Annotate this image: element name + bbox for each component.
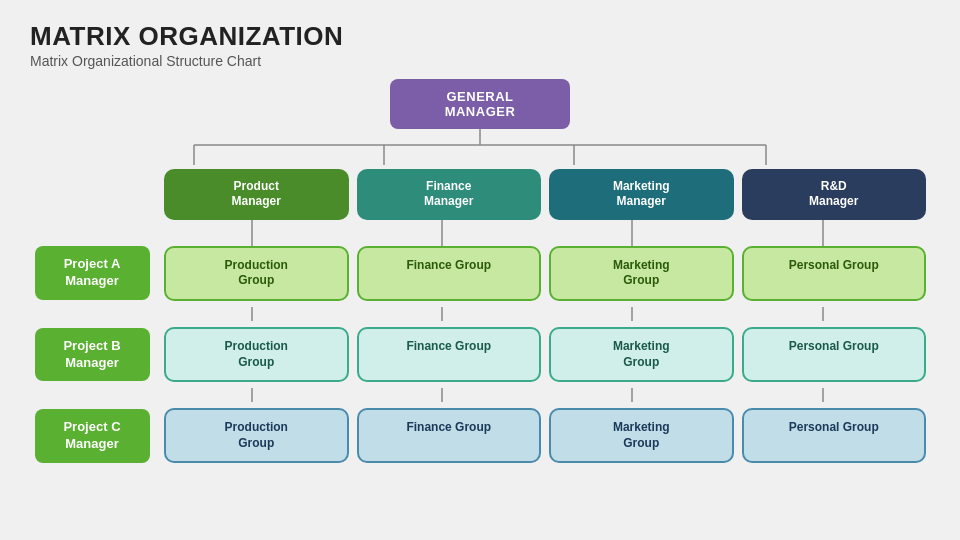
row-c-cell-1: ProductionGroup [164,408,349,463]
project-b-label: Project BManager [35,328,150,382]
chart: GENERAL MANAGER ProductManager FinanceMa… [30,79,930,464]
slide: MATRIX ORGANIZATION Matrix Organizationa… [0,0,960,540]
title: MATRIX ORGANIZATION [30,22,930,51]
manager-row: ProductManager FinanceManager MarketingM… [30,169,930,220]
marketing-manager-node: MarketingManager [549,169,734,220]
project-c-label: Project CManager [35,409,150,463]
row-a-cell-3: MarketingGroup [549,246,734,301]
project-c-row: Project CManager ProductionGroup Finance… [30,408,930,463]
row-a-cell-4: Personal Group [742,246,927,301]
row-c-cell-4: Personal Group [742,408,927,463]
row-b-cell-2: Finance Group [357,327,542,382]
subtitle: Matrix Organizational Structure Chart [30,53,930,69]
row-b-cell-4: Personal Group [742,327,927,382]
product-manager-node: ProductManager [164,169,349,220]
row-b-cell-3: MarketingGroup [549,327,734,382]
finance-manager-node: FinanceManager [357,169,542,220]
row-a-cell-2: Finance Group [357,246,542,301]
data-rows: Project AManager ProductionGroup Finance… [30,246,930,464]
project-a-row: Project AManager ProductionGroup Finance… [30,246,930,301]
row-a-cell-1: ProductionGroup [164,246,349,301]
rd-manager-node: R&DManager [742,169,927,220]
top-connectors-svg [100,129,860,165]
row-b-cell-1: ProductionGroup [164,327,349,382]
project-a-label: Project AManager [35,246,150,300]
row-ab-connectors-svg [30,307,930,321]
general-manager-node: GENERAL MANAGER [390,79,570,129]
row-c-cell-3: MarketingGroup [549,408,734,463]
project-b-row: Project BManager ProductionGroup Finance… [30,327,930,382]
mid-connectors-svg [30,220,930,246]
row-bc-connectors-svg [30,388,930,402]
row-c-cell-2: Finance Group [357,408,542,463]
